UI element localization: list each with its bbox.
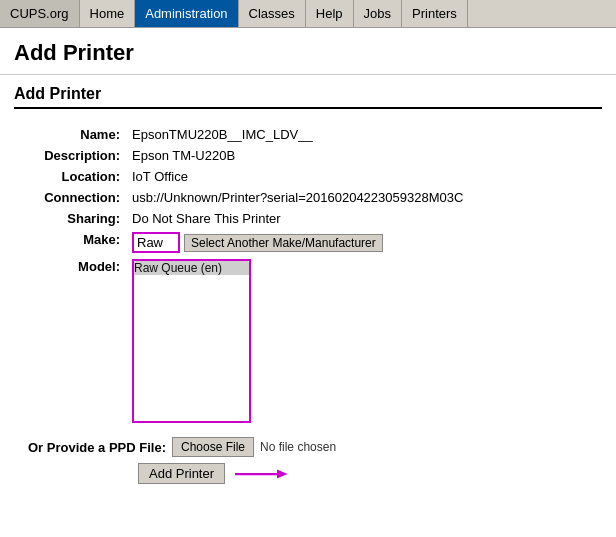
- no-file-text: No file chosen: [260, 440, 336, 454]
- model-option[interactable]: Raw Queue (en): [134, 261, 249, 275]
- nav-item-classes[interactable]: Classes: [239, 0, 306, 27]
- description-row: Description: Epson TM-U220B: [16, 146, 600, 165]
- description-value: Epson TM-U220B: [128, 146, 600, 165]
- connection-value: usb://Unknown/Printer?serial=20160204223…: [128, 188, 600, 207]
- make-label: Make:: [16, 230, 126, 255]
- nav-item-jobs[interactable]: Jobs: [354, 0, 402, 27]
- add-printer-section: Add Printer Name: EpsonTMU220B__IMC_LDV_…: [0, 75, 616, 500]
- model-container: Raw Queue (en): [132, 259, 251, 423]
- submit-row: Add Printer: [14, 457, 602, 490]
- main-nav: CUPS.org Home Administration Classes Hel…: [0, 0, 616, 28]
- svg-marker-1: [277, 469, 288, 478]
- name-row: Name: EpsonTMU220B__IMC_LDV__: [16, 125, 600, 144]
- sharing-value: Do Not Share This Printer: [128, 209, 600, 228]
- arrow-icon: [235, 464, 295, 484]
- ppd-label: Or Provide a PPD File:: [28, 440, 166, 455]
- location-row: Location: IoT Office: [16, 167, 600, 186]
- make-field: Select Another Make/Manufacturer: [132, 232, 383, 253]
- make-row: Make: Select Another Make/Manufacturer: [16, 230, 600, 255]
- model-row: Model: Raw Queue (en): [16, 257, 600, 425]
- model-select[interactable]: Raw Queue (en): [134, 261, 249, 421]
- add-printer-button[interactable]: Add Printer: [138, 463, 225, 484]
- nav-item-home[interactable]: Home: [80, 0, 136, 27]
- connection-label: Connection:: [16, 188, 126, 207]
- model-label: Model:: [16, 257, 126, 425]
- description-label: Description:: [16, 146, 126, 165]
- model-cell: Raw Queue (en): [128, 257, 600, 425]
- nav-item-help[interactable]: Help: [306, 0, 354, 27]
- name-label: Name:: [16, 125, 126, 144]
- connection-row: Connection: usb://Unknown/Printer?serial…: [16, 188, 600, 207]
- nav-brand[interactable]: CUPS.org: [0, 0, 80, 27]
- arrow-indicator: [235, 464, 295, 484]
- choose-file-button[interactable]: Choose File: [172, 437, 254, 457]
- name-value: EpsonTMU220B__IMC_LDV__: [128, 125, 600, 144]
- page-title-bar: Add Printer: [0, 28, 616, 75]
- location-value: IoT Office: [128, 167, 600, 186]
- select-make-button[interactable]: Select Another Make/Manufacturer: [184, 234, 383, 252]
- nav-item-administration[interactable]: Administration: [135, 0, 238, 27]
- section-title: Add Printer: [14, 85, 602, 109]
- nav-item-printers[interactable]: Printers: [402, 0, 468, 27]
- printer-form-table: Name: EpsonTMU220B__IMC_LDV__ Descriptio…: [14, 123, 602, 427]
- location-label: Location:: [16, 167, 126, 186]
- sharing-row: Sharing: Do Not Share This Printer: [16, 209, 600, 228]
- sharing-label: Sharing:: [16, 209, 126, 228]
- ppd-row: Or Provide a PPD File: Choose File No fi…: [14, 437, 602, 457]
- page-title: Add Printer: [14, 40, 602, 66]
- make-cell: Select Another Make/Manufacturer: [128, 230, 600, 255]
- make-input[interactable]: [132, 232, 180, 253]
